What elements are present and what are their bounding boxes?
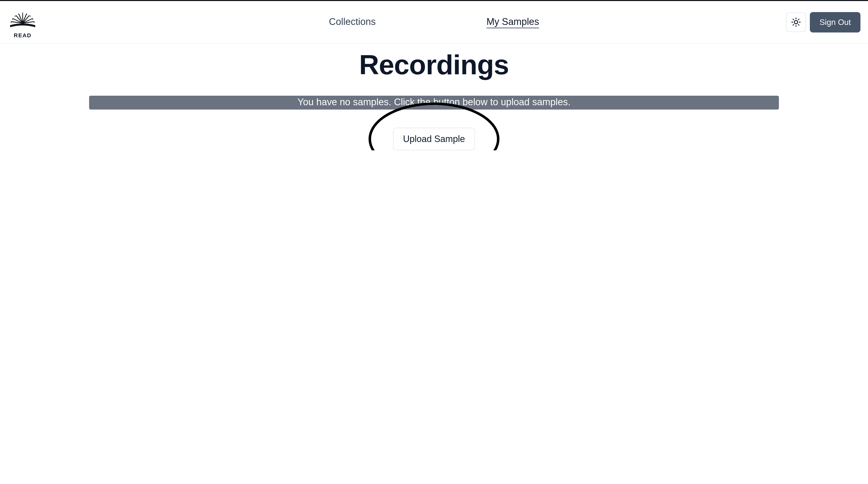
sun-icon <box>791 17 801 27</box>
svg-point-15 <box>32 19 33 20</box>
svg-point-9 <box>22 12 23 13</box>
svg-point-11 <box>26 13 27 14</box>
main-content: Recordings You have no samples. Click th… <box>0 43 868 150</box>
svg-line-27 <box>799 19 799 20</box>
svg-point-14 <box>12 19 13 20</box>
svg-line-23 <box>799 24 799 25</box>
svg-point-12 <box>14 16 16 17</box>
logo-text: READ <box>14 32 31 39</box>
svg-point-19 <box>795 21 798 24</box>
upload-sample-button[interactable]: Upload Sample <box>393 128 475 150</box>
main-nav: Collections My Samples <box>329 17 539 28</box>
svg-point-13 <box>30 16 31 17</box>
upload-area: Upload Sample <box>393 128 475 150</box>
svg-point-17 <box>34 22 35 23</box>
theme-toggle-button[interactable] <box>786 12 806 32</box>
svg-point-18 <box>22 23 23 24</box>
nav-my-samples[interactable]: My Samples <box>486 17 539 28</box>
nav-collections[interactable]: Collections <box>329 17 376 28</box>
read-logo-icon <box>7 5 38 33</box>
svg-point-16 <box>10 22 11 23</box>
empty-state-notice: You have no samples. Click the button be… <box>89 96 779 110</box>
logo[interactable]: READ <box>7 5 38 39</box>
app-header: READ Collections My Samples Sign Out <box>0 1 868 43</box>
svg-line-22 <box>793 19 794 20</box>
page-title: Recordings <box>359 49 509 81</box>
sign-out-button[interactable]: Sign Out <box>810 12 861 32</box>
svg-line-26 <box>793 24 794 25</box>
svg-point-10 <box>18 13 19 14</box>
header-right: Sign Out <box>786 12 861 32</box>
